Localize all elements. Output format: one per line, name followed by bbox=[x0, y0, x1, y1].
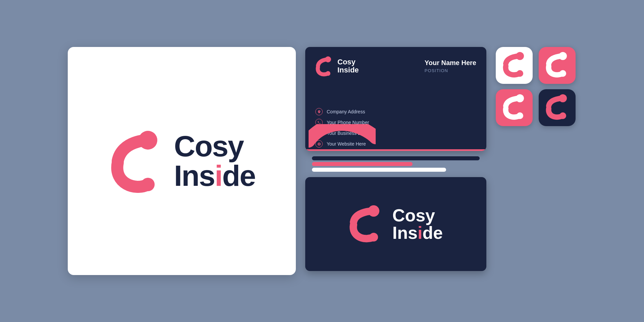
stack-line-dark bbox=[312, 156, 480, 160]
brand-name-line1: Cosy bbox=[174, 131, 255, 161]
card-your-name: Your Name Here bbox=[425, 59, 476, 67]
contact-row-address: Company Address bbox=[315, 108, 476, 115]
cards-section: Cosy Inside Your Name Here POSITION bbox=[305, 47, 486, 271]
svg-point-9 bbox=[369, 233, 378, 241]
card-position: POSITION bbox=[425, 68, 476, 73]
logo-text-group: Cosy Inside bbox=[174, 131, 255, 191]
main-container: Cosy Inside bbox=[54, 34, 590, 288]
logo-panel: Cosy Inside bbox=[68, 47, 296, 275]
card-name-position: Your Name Here POSITION bbox=[425, 56, 476, 73]
card-logo-area: Cosy Inside bbox=[315, 56, 359, 76]
svg-point-13 bbox=[559, 70, 566, 77]
company-address-text: Company Address bbox=[327, 109, 365, 114]
logo-content: Cosy Inside bbox=[108, 131, 255, 191]
stack-line-pink bbox=[312, 162, 413, 166]
app-icon-white bbox=[496, 47, 533, 84]
brand-name-line2: Inside bbox=[174, 161, 255, 191]
svg-point-1 bbox=[141, 178, 155, 191]
business-card-front: Cosy Inside Your Name Here POSITION bbox=[305, 47, 486, 151]
pink-bottom-line bbox=[305, 149, 486, 151]
app-icon-pink-2 bbox=[496, 89, 533, 126]
card-brand-name-line2: Inside bbox=[337, 66, 359, 74]
logo-mark-large bbox=[108, 131, 162, 191]
card-top: Cosy Inside Your Name Here POSITION bbox=[305, 47, 486, 76]
back-brand-name-line1: Cosy bbox=[392, 207, 443, 224]
business-card-back: Cosy Inside bbox=[305, 177, 486, 271]
icons-grid bbox=[496, 47, 576, 126]
svg-point-3 bbox=[326, 71, 330, 76]
back-brand-text: Cosy Inside bbox=[392, 207, 443, 241]
stack-line-white bbox=[312, 168, 446, 172]
svg-point-11 bbox=[517, 70, 523, 77]
card-brand-text: Cosy Inside bbox=[337, 58, 359, 74]
app-icon-pink-1 bbox=[539, 47, 576, 84]
location-icon bbox=[315, 108, 323, 115]
svg-point-17 bbox=[559, 112, 566, 119]
card-bottom-decoration bbox=[305, 124, 486, 151]
card-logo-mark-small bbox=[315, 56, 333, 76]
card-stack-lines bbox=[305, 156, 486, 172]
card-brand-name-line1: Cosy bbox=[337, 58, 359, 66]
app-icon-dark bbox=[539, 89, 576, 126]
back-brand-name-line2: Inside bbox=[392, 224, 443, 241]
back-logo-mark bbox=[349, 205, 382, 243]
svg-point-15 bbox=[517, 112, 523, 119]
